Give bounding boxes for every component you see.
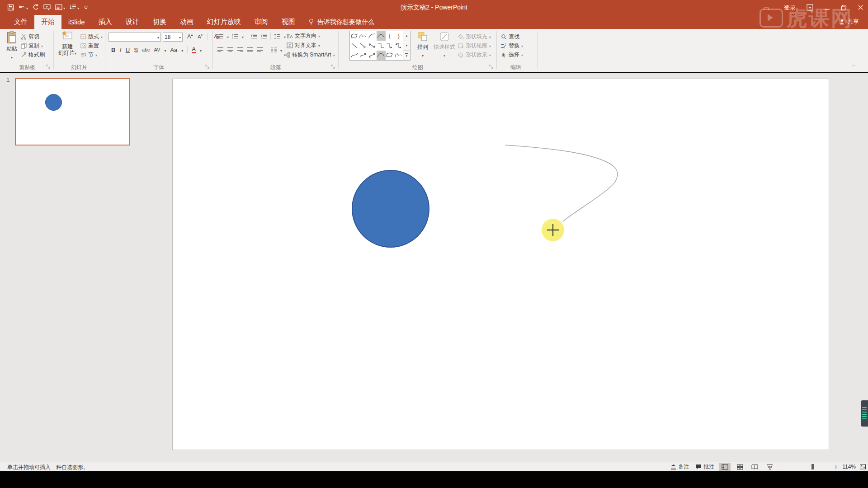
tab-view[interactable]: 视图 xyxy=(275,15,302,29)
cut-button[interactable]: 剪切 xyxy=(21,33,39,41)
change-case-button[interactable]: Aa xyxy=(170,47,177,53)
bullets-caret[interactable] xyxy=(227,33,229,40)
decrease-font-size-button[interactable]: A xyxy=(198,33,203,39)
reset-button[interactable]: 重置 xyxy=(80,42,99,50)
text-direction-caret[interactable] xyxy=(318,33,320,39)
gallery-more-button[interactable] xyxy=(403,51,410,60)
shape-effects-button[interactable]: 形状效果 xyxy=(458,51,491,59)
strikethrough-button[interactable]: abc xyxy=(142,47,150,52)
convert-smartart-button[interactable]: 转换为 SmartArt xyxy=(284,51,335,59)
numbering-button[interactable] xyxy=(232,33,239,39)
align-text-button[interactable]: 对齐文本 xyxy=(287,41,320,49)
copy-button[interactable]: 复制 xyxy=(21,42,43,50)
drawing-dialog-launcher[interactable] xyxy=(489,65,495,70)
arrange-dropdown-caret[interactable] xyxy=(422,52,424,58)
font-color-button[interactable]: A xyxy=(192,46,196,53)
zoom-level[interactable]: 114% xyxy=(842,464,856,470)
close-icon[interactable] xyxy=(858,5,863,10)
font-size-select[interactable]: 18 xyxy=(163,33,183,42)
slide-layout-button[interactable] xyxy=(55,3,65,11)
sign-in-button[interactable]: 登录 xyxy=(784,4,796,12)
quick-styles-dropdown-caret[interactable] xyxy=(443,52,445,58)
bullets-button[interactable] xyxy=(217,33,224,39)
text-direction-button[interactable]: 文字方向 xyxy=(287,32,320,40)
paragraph-dialog-launcher[interactable] xyxy=(331,65,336,70)
copy-dropdown-caret[interactable] xyxy=(41,42,43,49)
shape-fill-caret[interactable] xyxy=(489,33,491,40)
shape-elbow-arrow-icon[interactable] xyxy=(386,41,395,50)
align-right-button[interactable] xyxy=(237,47,244,53)
line-spacing-button[interactable] xyxy=(274,33,281,39)
normal-view-button[interactable] xyxy=(719,463,731,471)
columns-button[interactable] xyxy=(270,47,277,53)
clipboard-dialog-launcher[interactable] xyxy=(46,65,52,70)
align-left-button[interactable] xyxy=(217,47,224,53)
quick-styles-button[interactable]: 快速样式 xyxy=(433,31,456,58)
slideshow-view-button[interactable] xyxy=(764,463,775,471)
increase-indent-button[interactable] xyxy=(260,33,267,39)
shape-outline-caret[interactable] xyxy=(489,42,491,49)
shape-effects-caret[interactable] xyxy=(489,52,491,58)
replace-caret[interactable] xyxy=(521,42,523,49)
move-slide-button[interactable] xyxy=(70,3,79,11)
share-button[interactable]: 共享 xyxy=(839,18,859,26)
tab-review[interactable]: 审阅 xyxy=(248,15,275,29)
tab-slideshow[interactable]: 幻灯片放映 xyxy=(200,15,248,29)
new-slide-button[interactable]: 新建幻灯片 xyxy=(56,31,79,56)
minimize-icon[interactable] xyxy=(824,5,830,10)
zoom-in-button[interactable]: + xyxy=(833,463,839,470)
restore-icon[interactable] xyxy=(841,5,847,10)
character-spacing-button[interactable]: AV xyxy=(154,47,160,52)
font-dialog-launcher[interactable] xyxy=(205,65,211,70)
distribute-button[interactable] xyxy=(257,47,264,53)
fit-slide-button[interactable] xyxy=(859,464,866,470)
underline-button[interactable]: U xyxy=(126,47,130,53)
shape-scribble-icon[interactable] xyxy=(394,51,403,60)
shape-right-brace-icon[interactable]: } xyxy=(394,31,403,41)
shape-left-brace-icon[interactable]: { xyxy=(386,31,395,41)
find-button[interactable]: 查找 xyxy=(501,33,519,41)
shape-curved-arrow-icon[interactable] xyxy=(359,51,368,60)
arrange-button[interactable]: 排列 xyxy=(413,31,432,58)
notes-button[interactable]: 备注 xyxy=(669,463,690,471)
convert-smartart-caret[interactable] xyxy=(333,52,335,58)
shape-curve-icon[interactable] xyxy=(377,51,386,60)
decrease-indent-button[interactable] xyxy=(250,33,257,39)
shape-freeform-icon[interactable] xyxy=(386,51,395,60)
comments-button[interactable]: 批注 xyxy=(694,463,716,471)
shape-fill-button[interactable]: 形状填充 xyxy=(458,33,491,41)
zoom-out-button[interactable]: − xyxy=(779,463,784,470)
slide-canvas[interactable] xyxy=(139,73,868,462)
change-case-caret[interactable] xyxy=(181,47,183,53)
section-dropdown-caret[interactable] xyxy=(95,52,97,58)
paste-button[interactable]: 粘贴 xyxy=(3,31,21,60)
start-slideshow-button[interactable] xyxy=(43,4,51,10)
slide-thumbnail-1[interactable] xyxy=(15,78,130,145)
shape-elbow-connector-icon[interactable] xyxy=(377,41,386,50)
tab-file[interactable]: 文件 xyxy=(7,15,34,29)
select-button[interactable]: 选择 xyxy=(501,51,523,59)
reading-view-button[interactable] xyxy=(749,463,760,471)
numbering-caret[interactable] xyxy=(242,33,244,40)
paste-dropdown-caret[interactable] xyxy=(11,54,13,60)
zoom-slider-thumb[interactable] xyxy=(811,464,814,469)
shape-arrow-icon[interactable] xyxy=(359,41,368,50)
shape-arc-icon[interactable] xyxy=(368,31,377,41)
tab-insert[interactable]: 插入 xyxy=(92,15,119,29)
gallery-scroll-down-button[interactable] xyxy=(403,41,410,51)
font-name-select[interactable] xyxy=(108,33,161,42)
shape-elbow-double-arrow-icon[interactable] xyxy=(394,41,403,50)
undo-button[interactable] xyxy=(19,3,28,11)
shape-freeform-icon[interactable] xyxy=(350,31,359,41)
align-text-caret[interactable] xyxy=(318,42,320,48)
save-button[interactable] xyxy=(7,4,14,11)
ribbon-display-options-icon[interactable] xyxy=(807,4,813,11)
move-slide-dropdown-caret[interactable] xyxy=(77,3,79,11)
justify-button[interactable] xyxy=(247,47,254,53)
layout-button[interactable]: 版式 xyxy=(80,33,103,41)
player-handle-widget[interactable] xyxy=(861,400,868,427)
select-caret[interactable] xyxy=(521,52,523,58)
tab-home[interactable]: 开始 xyxy=(34,15,61,29)
format-painter-button[interactable]: 格式刷 xyxy=(21,51,45,59)
section-button[interactable]: 节 xyxy=(80,51,97,59)
